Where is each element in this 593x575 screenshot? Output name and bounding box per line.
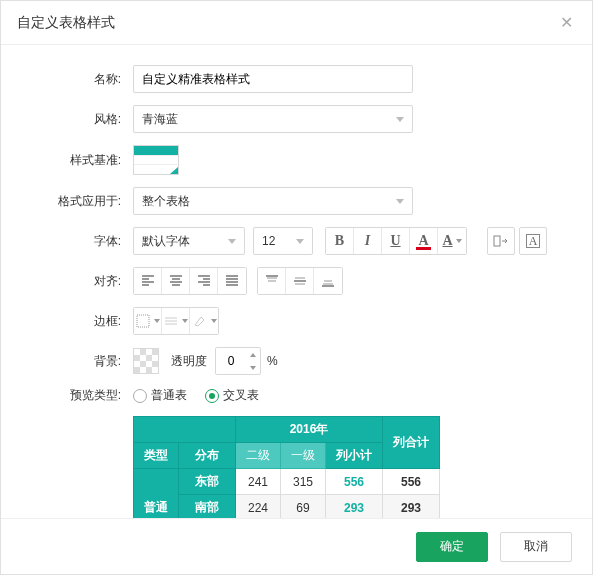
cell: 241 (236, 469, 281, 495)
cell: 556 (326, 469, 383, 495)
dialog-header: 自定义表格样式 ✕ (1, 1, 592, 45)
align-justify-button[interactable] (218, 268, 246, 294)
preview-header-type: 类型 (134, 443, 179, 469)
dialog-body: 名称: 风格: 青海蓝 样式基准: 格式应用于: 整个表格 字体: (1, 45, 592, 518)
preview-table: 2016年 列合计 类型 分布 二级 一级 列小计 普通 东部 241 315 … (133, 416, 440, 518)
underline-button[interactable]: U (382, 228, 410, 254)
label-border: 边框: (25, 313, 133, 330)
preview-year-group: 2016年 (236, 417, 383, 443)
style-base-swatch[interactable] (133, 145, 179, 175)
font-size-select[interactable]: 12 (253, 227, 313, 255)
align-right-button[interactable] (190, 268, 218, 294)
chevron-down-icon (396, 117, 404, 122)
valign-bottom-button[interactable] (314, 268, 342, 294)
preview-header-dist: 分布 (179, 443, 236, 469)
cancel-button[interactable]: 取消 (500, 532, 572, 562)
font-size-value: 12 (262, 234, 290, 248)
radio-normal-table[interactable] (133, 389, 147, 403)
cell: 293 (326, 495, 383, 519)
cell: 293 (383, 495, 440, 519)
preview-group-normal: 普通 (134, 469, 179, 519)
font-style-group: B I U A A (325, 227, 467, 255)
opacity-down-button[interactable] (246, 361, 260, 374)
font-color-button[interactable]: A (410, 228, 438, 254)
radio-normal-label[interactable]: 普通表 (151, 387, 187, 404)
valign-top-button[interactable] (258, 268, 286, 294)
label-background: 背景: (25, 353, 133, 370)
preview-row-east: 东部 (179, 469, 236, 495)
label-theme: 风格: (25, 111, 133, 128)
label-opacity: 透明度 (171, 353, 207, 370)
border-group (133, 307, 219, 335)
preview-table-wrap: 2016年 列合计 类型 分布 二级 一级 列小计 普通 东部 241 315 … (133, 416, 568, 518)
radio-cross-table[interactable] (205, 389, 219, 403)
italic-button[interactable]: I (354, 228, 382, 254)
radio-cross-label[interactable]: 交叉表 (223, 387, 259, 404)
font-box-button[interactable]: A (519, 227, 547, 255)
chevron-down-icon (396, 199, 404, 204)
valign-middle-button[interactable] (286, 268, 314, 294)
chevron-down-icon (296, 239, 304, 244)
cell: 69 (281, 495, 326, 519)
label-font: 字体: (25, 233, 133, 250)
bold-button[interactable]: B (326, 228, 354, 254)
font-color-underline-button[interactable]: A (438, 228, 466, 254)
custom-table-style-dialog: 自定义表格样式 ✕ 名称: 风格: 青海蓝 样式基准: 格式应用于: 整个表格 (0, 0, 593, 575)
name-input[interactable] (133, 65, 413, 93)
opacity-value[interactable] (216, 348, 246, 374)
border-style-button[interactable] (134, 308, 162, 334)
label-style-base: 样式基准: (25, 152, 133, 169)
apply-to-value: 整个表格 (142, 193, 390, 210)
ok-button[interactable]: 确定 (416, 532, 488, 562)
align-left-button[interactable] (134, 268, 162, 294)
border-color-button[interactable] (190, 308, 218, 334)
chevron-down-icon (228, 239, 236, 244)
opacity-stepper[interactable] (215, 347, 261, 375)
preview-subtotal-header: 列小计 (326, 443, 383, 469)
preview-sub1: 二级 (236, 443, 281, 469)
opacity-unit: % (267, 354, 278, 368)
theme-select[interactable]: 青海蓝 (133, 105, 413, 133)
cell: 315 (281, 469, 326, 495)
apply-to-select[interactable]: 整个表格 (133, 187, 413, 215)
label-preview-type: 预览类型: (25, 387, 133, 404)
h-align-group (133, 267, 247, 295)
svg-rect-0 (494, 236, 500, 246)
preview-sub2: 一级 (281, 443, 326, 469)
preview-col-total-header: 列合计 (383, 417, 440, 469)
cell: 556 (383, 469, 440, 495)
v-align-group (257, 267, 343, 295)
border-weight-button[interactable] (162, 308, 190, 334)
opacity-up-button[interactable] (246, 348, 260, 361)
background-color-picker[interactable] (133, 348, 159, 374)
ok-label: 确定 (440, 538, 464, 555)
convert-icon (493, 233, 509, 249)
label-align: 对齐: (25, 273, 133, 290)
font-family-select[interactable]: 默认字体 (133, 227, 245, 255)
align-center-button[interactable] (162, 268, 190, 294)
label-name: 名称: (25, 71, 133, 88)
font-family-value: 默认字体 (142, 233, 222, 250)
theme-value: 青海蓝 (142, 111, 390, 128)
dialog-title: 自定义表格样式 (17, 14, 115, 32)
dialog-footer: 确定 取消 (1, 518, 592, 574)
label-apply-to: 格式应用于: (25, 193, 133, 210)
cancel-label: 取消 (524, 538, 548, 555)
svg-rect-1 (137, 315, 149, 327)
close-icon[interactable]: ✕ (556, 13, 576, 33)
cell: 224 (236, 495, 281, 519)
convert-case-button[interactable] (487, 227, 515, 255)
preview-row-south: 南部 (179, 495, 236, 519)
